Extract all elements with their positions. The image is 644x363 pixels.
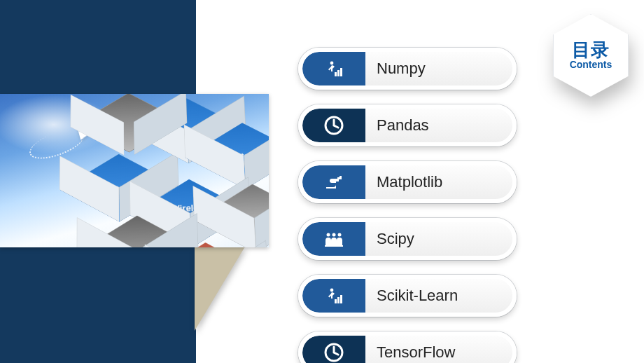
pill-label: Scipy xyxy=(365,230,512,248)
pill-tensorflow[interactable]: TensorFlow xyxy=(298,331,522,363)
contents-hexagon: 目录 Contents xyxy=(553,14,629,97)
contents-list: Numpy Pandas Matplotlib Scipy xyxy=(298,48,522,363)
pill-scipy[interactable]: Scipy xyxy=(298,218,522,260)
pill-label: Pandas xyxy=(365,116,512,135)
pill-label: TensorFlow xyxy=(365,343,512,362)
contents-badge: 目录 Contents xyxy=(553,14,627,95)
pill-numpy[interactable]: Numpy xyxy=(298,48,522,90)
pill-label: Matplotlib xyxy=(365,173,512,191)
contents-title-cn: 目录 xyxy=(572,41,610,59)
pill-matplotlib[interactable]: Matplotlib xyxy=(298,161,522,203)
wedge-accent xyxy=(195,247,245,331)
pill-pandas[interactable]: Pandas xyxy=(298,104,522,146)
pill-label: Scikit-Learn xyxy=(365,287,512,305)
run-bars-icon xyxy=(302,279,365,313)
pill-scikit-learn[interactable]: Scikit-Learn xyxy=(298,275,522,317)
clock-icon xyxy=(302,109,365,142)
hero-image: Space activities 3D print Generator room… xyxy=(0,94,269,247)
team-icon xyxy=(302,222,365,256)
run-bars-icon xyxy=(302,52,365,85)
cube-stage: Space activities 3D print Generator room… xyxy=(91,94,269,247)
pill-label: Numpy xyxy=(365,60,512,78)
contents-title-en: Contents xyxy=(570,59,612,70)
clock-icon xyxy=(302,336,365,363)
hand-key-icon xyxy=(302,165,365,199)
